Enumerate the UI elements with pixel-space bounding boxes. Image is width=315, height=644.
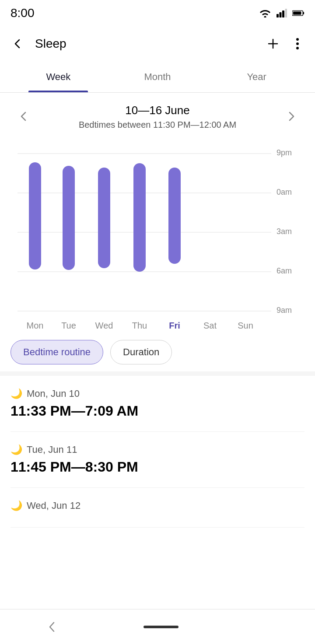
svg-text:Wed: Wed	[95, 321, 113, 330]
svg-point-8	[296, 42, 299, 45]
status-bar: 8:00	[0, 0, 315, 26]
sleep-entry-tue: 🌙 Tue, Jun 11 11:45 PM—8:30 PM	[10, 432, 304, 488]
svg-text:9pm: 9pm	[276, 148, 292, 157]
week-date-range: 10—16 June	[79, 103, 236, 118]
svg-text:Tue: Tue	[61, 321, 76, 330]
tab-bar: Week Month Year	[0, 61, 315, 93]
bar-fri	[168, 168, 181, 264]
svg-text:9am: 9am	[276, 306, 292, 315]
entry-date-tue: Tue, Jun 11	[27, 444, 77, 455]
svg-rect-0	[276, 14, 279, 18]
svg-text:Thu: Thu	[132, 321, 147, 330]
home-indicator	[144, 626, 178, 628]
week-title-block: 10—16 June Bedtimes between 11:30 PM—12:…	[79, 103, 236, 130]
svg-point-9	[296, 47, 299, 49]
svg-rect-6	[293, 11, 301, 14]
tab-month[interactable]: Month	[108, 61, 207, 92]
app-bar-actions	[262, 33, 308, 54]
prev-week-button[interactable]	[13, 106, 34, 127]
svg-rect-5	[303, 12, 304, 14]
page-title: Sleep	[35, 37, 256, 51]
svg-text:Sat: Sat	[203, 321, 217, 330]
svg-rect-3	[285, 9, 287, 18]
back-button[interactable]	[7, 33, 28, 54]
battery-icon	[292, 9, 304, 18]
svg-rect-1	[280, 12, 282, 18]
sleep-entry-wed: 🌙 Wed, Jun 12	[10, 488, 304, 528]
entry-time-mon: 11:33 PM—7:09 AM	[10, 403, 304, 419]
add-button[interactable]	[262, 33, 284, 54]
entry-time-tue: 11:45 PM—8:30 PM	[10, 459, 304, 475]
tab-week[interactable]: Week	[9, 61, 108, 92]
tab-year[interactable]: Year	[207, 61, 306, 92]
svg-text:Mon: Mon	[27, 321, 44, 330]
bar-mon	[29, 162, 41, 270]
more-button[interactable]	[287, 33, 308, 54]
filter-chips: Bedtime routine Duration	[0, 333, 315, 371]
week-header: 10—16 June Bedtimes between 11:30 PM—12:…	[0, 93, 315, 140]
status-icons	[259, 9, 304, 18]
signal-icon	[276, 9, 288, 18]
chart-svg: 9pm 0am 3am 6am 9am Mon Tue Wed Thu Fri	[0, 140, 315, 333]
app-bar: Sleep	[0, 26, 315, 61]
next-week-button[interactable]	[281, 106, 302, 127]
svg-text:6am: 6am	[276, 266, 292, 275]
chip-duration[interactable]: Duration	[110, 340, 172, 364]
moon-icon-mon: 🌙	[10, 388, 22, 399]
section-divider	[0, 371, 315, 376]
status-time: 8:00	[10, 6, 35, 20]
svg-point-7	[296, 38, 299, 41]
chip-bedtime-routine[interactable]: Bedtime routine	[10, 340, 103, 364]
bar-wed	[98, 168, 110, 268]
svg-text:0am: 0am	[276, 188, 292, 196]
moon-icon-wed: 🌙	[10, 500, 22, 511]
svg-text:Sun: Sun	[238, 321, 253, 330]
wifi-icon	[259, 9, 271, 18]
bottom-navigation-bar	[0, 609, 315, 644]
sleep-chart: 9pm 0am 3am 6am 9am Mon Tue Wed Thu Fri	[0, 140, 315, 333]
entry-date-wed: Wed, Jun 12	[27, 500, 80, 511]
bar-tue	[63, 166, 75, 270]
sleep-entry-mon: 🌙 Mon, Jun 10 11:33 PM—7:09 AM	[10, 376, 304, 432]
bottom-back-button[interactable]	[39, 616, 65, 638]
week-bedtime-range: Bedtimes between 11:30 PM—12:00 AM	[79, 120, 236, 130]
entry-date-mon: Mon, Jun 10	[27, 388, 80, 399]
moon-icon-tue: 🌙	[10, 444, 22, 455]
svg-rect-2	[282, 10, 284, 18]
svg-text:3am: 3am	[276, 227, 292, 236]
sleep-entries-list: 🌙 Mon, Jun 10 11:33 PM—7:09 AM 🌙 Tue, Ju…	[0, 376, 315, 528]
svg-text:Fri: Fri	[169, 321, 180, 330]
bar-thu	[133, 163, 146, 272]
